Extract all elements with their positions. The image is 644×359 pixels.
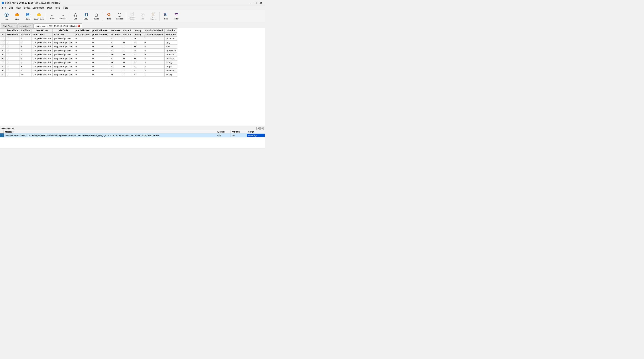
svg-point-14 [108,13,110,16]
menu-item-help[interactable]: Help [62,6,70,10]
cell-row6-trialCode: negativeAdjectives [52,56,74,60]
copy-button[interactable]: Copy [81,10,91,22]
save-button[interactable]: Save [22,10,33,22]
row-0-col-2: blockCode [32,32,52,36]
menu-item-edit[interactable]: Edit [8,6,14,10]
new-button[interactable]: New [2,10,12,22]
menu-item-experiment[interactable]: Experiment [32,6,46,10]
menu-item-file[interactable]: File [1,6,7,10]
close-button[interactable]: ✕ [258,1,264,5]
replace-icon [118,13,122,18]
col-header-stimulusNumber1[interactable]: stimulusNumber1 [143,28,164,32]
find-icon [107,13,111,18]
toolbar-separator [126,12,126,20]
filter-button[interactable]: Filter [171,10,182,22]
cell-row10-trialNum: 10 [20,73,32,77]
cell-row3-latency: 38 [132,44,143,48]
panel-close-button[interactable]: ✕ [260,127,264,130]
validate-script-button: Validate Script [127,10,137,22]
cell-row9-posttrialPause: 0 [91,69,109,73]
table-row: 414categorizationTaskpositiveAdjectives0… [0,48,177,52]
forward-button[interactable]: →Forward [58,10,68,22]
cell-row2-trialNum: 2 [20,40,32,44]
app-icon: 🔵 [2,2,4,4]
open-icon [15,12,19,18]
menu-item-data[interactable]: Data [46,6,53,10]
main-area: blockNumtrialNumblockCodetrialCodepretri… [0,28,265,148]
col-header-correct[interactable]: correct [122,28,132,32]
menu-item-view[interactable]: View [14,6,22,10]
cell-row5-posttrialPause: 0 [91,52,109,56]
run-monkey-label: Run Monkey [148,16,158,20]
col-header-blockCode[interactable]: blockCode [32,28,52,32]
col-header-blockNum[interactable]: blockNum [6,28,20,32]
cell-row8-latency: 41 [132,65,143,69]
cell-row1-blockNum: 1 [6,36,20,40]
cell-row2-pretrialPause: 0 [74,40,91,44]
cell-row10-response: 38 [109,73,122,77]
cell-row1-response: 30 [109,36,122,40]
cell-row3-trialNum: 3 [20,44,32,48]
table-row: 616categorizationTasknegativeAdjectives0… [0,56,177,60]
svg-rect-4 [27,13,28,14]
message-row[interactable]: i The data were saved to C:/Users/katja/… [0,134,265,138]
tab-start-page[interactable]: Start Page✕ [1,24,18,28]
menu-item-script[interactable]: Script [22,6,31,10]
tab-data-file[interactable]: demo_raw_1_2024-12-10-10-42-56-463.iqdat… [34,24,82,28]
cell-row9-pretrialPause: 0 [74,69,91,73]
back-button[interactable]: ←Back [47,10,57,22]
cell-row8-stimulus: angry [164,65,177,69]
menu-item-tools[interactable]: Tools [54,6,62,10]
maximize-button[interactable]: □ [253,1,258,5]
minimize-button[interactable]: ─ [248,1,253,5]
col-header-trialNum[interactable]: trialNum [20,28,32,32]
cell-row2-blockCode: categorizationTask [32,40,52,44]
window-title: demo_raw_1_2024-12-10-10-42-56-463.iqdat… [5,2,60,4]
cell-row9-trialNum: 9 [20,69,32,73]
col-header-response[interactable]: response [109,28,122,32]
col-header-trialCode[interactable]: trialCode [52,28,74,32]
table-row: 515categorizationTaskpositiveAdjectives0… [0,52,177,56]
paste-button[interactable]: Paste [92,10,102,22]
data-table-wrapper[interactable]: blockNumtrialNumblockCodetrialCodepretri… [0,28,265,126]
cell-row4-trialCode: positiveAdjectives [52,48,74,52]
panel-restore-button[interactable]: 🗗 [256,127,260,130]
row-0-num: 0 [0,32,6,36]
row-0-col-7: correct [122,32,132,36]
cell-row3-blockNum: 1 [6,44,20,48]
toolbar-separator [160,12,160,20]
col-header-posttrialPause[interactable]: posttrialPause [91,28,109,32]
cell-row1-posttrialPause: 0 [91,36,109,40]
find-button[interactable]: Find [104,10,114,22]
col-header-latency[interactable]: latency [132,28,143,32]
cell-row6-response: 30 [109,56,122,60]
msg-col-message: Message [4,130,216,133]
cell-row3-stimulus: sad [164,44,177,48]
cell-row9-blockCode: categorizationTask [32,69,52,73]
replace-button[interactable]: Replace [114,10,125,22]
col-header-stimulus[interactable]: stimulus [164,28,177,32]
cell-row7-trialCode: positiveAdjectives [52,60,74,65]
tab-close-data-file[interactable]: ✕ [78,25,80,27]
cut-label: Cut [74,18,77,20]
open-button[interactable]: Open [12,10,22,22]
cell-row9-blockNum: 1 [6,69,20,73]
titlebar-controls: ─ □ ✕ [248,1,264,5]
cut-button[interactable]: Cut [70,10,80,22]
sort-button[interactable]: Sort [161,10,171,22]
message-script: demo.iqjs [247,134,265,137]
col-header-pretrialPause[interactable]: pretrialPause [74,28,91,32]
tab-close-start-page[interactable]: ✕ [13,25,16,27]
msg-col-attribute: Attribute [230,130,247,133]
titlebar-left: 🔵 demo_raw_1_2024-12-10-10-42-56-463.iqd… [2,2,60,4]
message-panel-header: Message List 🗗 ✕ [0,126,265,130]
open-label: Open [15,18,19,20]
row-0-col-8: latency [132,32,143,36]
tab-demo-iqjs[interactable]: demo.iqjs✕ [18,24,34,28]
open-folder-button[interactable]: Open Folder [33,10,45,22]
table-row: 10110categorizationTasknegativeAdjective… [0,73,177,77]
tab-close-demo-iqjs[interactable]: ✕ [30,25,32,27]
message-text: The data were saved to C:/Users/katja/De… [4,134,216,137]
table-row: 313categorizationTasknegativeAdjectives0… [0,44,177,48]
svg-rect-11 [86,13,88,16]
